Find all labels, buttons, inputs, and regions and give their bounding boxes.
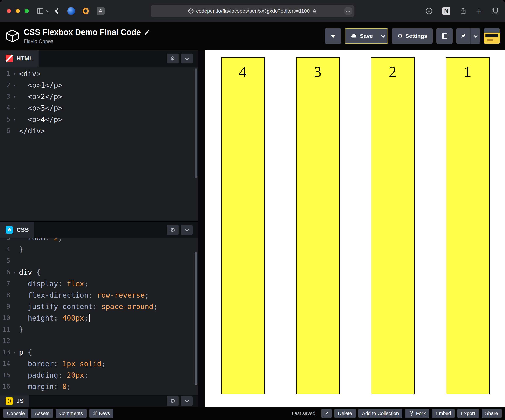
- back-button[interactable]: [55, 8, 61, 14]
- fold-spacer: [10, 278, 19, 289]
- close-window-button[interactable]: [7, 9, 11, 13]
- footer-right-group: Last saved DeleteAdd to CollectionForkEm…: [292, 409, 502, 418]
- code-text: <p>1</p>: [19, 79, 63, 91]
- fold-arrow-icon[interactable]: ▾: [10, 91, 19, 102]
- keys-button[interactable]: ⌘ Keys: [89, 409, 114, 418]
- css-code-editor[interactable]: 3 zoom: 2;4}56▾div {7 display: flex;8 fl…: [0, 238, 198, 395]
- user-avatar[interactable]: [484, 28, 500, 44]
- line-number: 11: [0, 324, 10, 335]
- save-button[interactable]: Save: [345, 29, 378, 43]
- html-collapse-button[interactable]: [181, 54, 193, 63]
- extension-icon[interactable]: [67, 7, 75, 15]
- tab-js[interactable]: JS: [0, 395, 29, 407]
- code-line: 3▾ <p>2</p>: [0, 91, 198, 102]
- line-number: 6: [0, 267, 10, 278]
- js-collapse-button[interactable]: [181, 396, 193, 406]
- js-editor-panel: JS ⚙: [0, 395, 198, 407]
- pin-button-group: [456, 28, 480, 44]
- change-view-button[interactable]: [436, 28, 453, 44]
- code-text: justify-content: space-around;: [19, 301, 158, 312]
- add-to-collection-button[interactable]: Add to Collection: [358, 409, 402, 418]
- like-button[interactable]: ♥: [325, 28, 341, 44]
- code-line: 14 border: 1px solid;: [0, 358, 198, 369]
- tab-html[interactable]: HTML: [0, 50, 38, 67]
- chevron-down-icon: [185, 228, 189, 232]
- new-tab-button[interactable]: +: [476, 6, 482, 16]
- html-code-editor[interactable]: 1▾<div>2▾ <p>1</p>3▾ <p>2</p>4▾ <p>3</p>…: [0, 67, 198, 222]
- open-external-button[interactable]: [322, 409, 332, 418]
- html-editor-settings-button[interactable]: ⚙: [167, 54, 179, 63]
- code-line: 8 flex-direction: row-reverse;: [0, 289, 198, 301]
- js-editor-settings-button[interactable]: ⚙: [167, 396, 179, 406]
- line-number: 1: [0, 68, 10, 79]
- zoom-window-button[interactable]: [25, 9, 29, 13]
- save-options-button[interactable]: [378, 29, 388, 43]
- fork-button[interactable]: Fork: [405, 409, 429, 418]
- code-text: p {: [19, 347, 32, 358]
- lock-icon: [312, 9, 317, 13]
- css-editor-settings-button[interactable]: ⚙: [167, 225, 179, 235]
- settings-button[interactable]: ⚙ Settings: [392, 28, 433, 44]
- css-collapse-button[interactable]: [181, 225, 193, 235]
- fold-arrow-icon[interactable]: ▾: [10, 68, 19, 79]
- code-line: 12: [0, 335, 198, 347]
- sidebar-toggle[interactable]: [36, 7, 48, 15]
- css-icon: [6, 226, 13, 234]
- fold-arrow-icon[interactable]: ▾: [10, 102, 19, 114]
- fold-arrow-icon[interactable]: ▾: [10, 114, 19, 125]
- flex-item-2: 2: [371, 57, 415, 395]
- address-bar[interactable]: codepen.io/flaviocopes/pen/xxJgxdo?edito…: [151, 5, 354, 17]
- chevron-down-icon: [474, 34, 478, 38]
- code-line: 10 height: 400px;: [0, 312, 198, 324]
- css-editor-scrollbar[interactable]: [195, 252, 197, 385]
- url-text: codepen.io/flaviocopes/pen/xxJgxdo?edito…: [196, 8, 310, 14]
- code-text: <p>4</p>: [19, 114, 63, 125]
- notion-extension-button[interactable]: N: [442, 7, 450, 15]
- share-button[interactable]: Share: [481, 409, 502, 418]
- minimize-window-button[interactable]: [16, 9, 20, 13]
- downloads-button[interactable]: [425, 7, 433, 15]
- fold-spacer: [10, 381, 19, 392]
- line-number: 7: [0, 278, 10, 289]
- gear-icon: ⚙: [170, 227, 175, 233]
- line-number: 13: [0, 347, 10, 358]
- code-text: }: [19, 324, 23, 335]
- codepen-favicon: [188, 8, 194, 14]
- export-button[interactable]: Export: [457, 409, 479, 418]
- code-text: <p>3</p>: [19, 102, 63, 114]
- tab-overview-button[interactable]: [491, 7, 499, 15]
- embed-button[interactable]: Embed: [432, 409, 455, 418]
- code-line: 2▾ <p>1</p>: [0, 79, 198, 91]
- pin-options-button[interactable]: [470, 28, 480, 44]
- fold-arrow-icon[interactable]: ▾: [10, 79, 19, 91]
- codepen-logo[interactable]: [6, 29, 19, 43]
- flex-item-1: 1: [446, 57, 490, 395]
- sidebar-icon: [36, 7, 44, 15]
- console-button[interactable]: Console: [3, 409, 28, 418]
- fork-icon: [409, 411, 414, 416]
- html-panel-header: HTML ⚙: [0, 50, 198, 67]
- code-line: 5: [0, 255, 198, 267]
- edit-title-icon[interactable]: [144, 29, 150, 35]
- fold-spacer: [10, 301, 19, 312]
- extension-icon[interactable]: [96, 7, 105, 15]
- save-button-group: Save: [345, 28, 388, 44]
- pen-author[interactable]: Flavio Copes: [24, 38, 150, 44]
- delete-button[interactable]: Delete: [335, 409, 356, 418]
- chevron-down-icon: [185, 56, 189, 60]
- comments-button[interactable]: Comments: [56, 409, 86, 418]
- preview-pane: 4321: [205, 50, 505, 407]
- tab-css[interactable]: CSS: [0, 222, 34, 238]
- page-options-button[interactable]: •••: [344, 7, 352, 15]
- fold-arrow-icon[interactable]: ▾: [10, 267, 19, 278]
- share-button[interactable]: [460, 7, 467, 15]
- code-text: border: 1px solid;: [19, 358, 106, 369]
- extension-icon[interactable]: [82, 8, 89, 14]
- code-text: padding: 20px;: [19, 369, 88, 381]
- editor-column: HTML ⚙ 1▾<div>2▾ <p>1</p>3▾ <p>2</p>4▾ <…: [0, 50, 198, 407]
- assets-button[interactable]: Assets: [31, 409, 53, 418]
- footer-bar: ConsoleAssetsComments⌘ Keys Last saved D…: [0, 407, 505, 420]
- html-editor-scrollbar[interactable]: [195, 68, 197, 178]
- fold-arrow-icon[interactable]: ▾: [10, 347, 19, 358]
- pin-button[interactable]: [456, 28, 470, 44]
